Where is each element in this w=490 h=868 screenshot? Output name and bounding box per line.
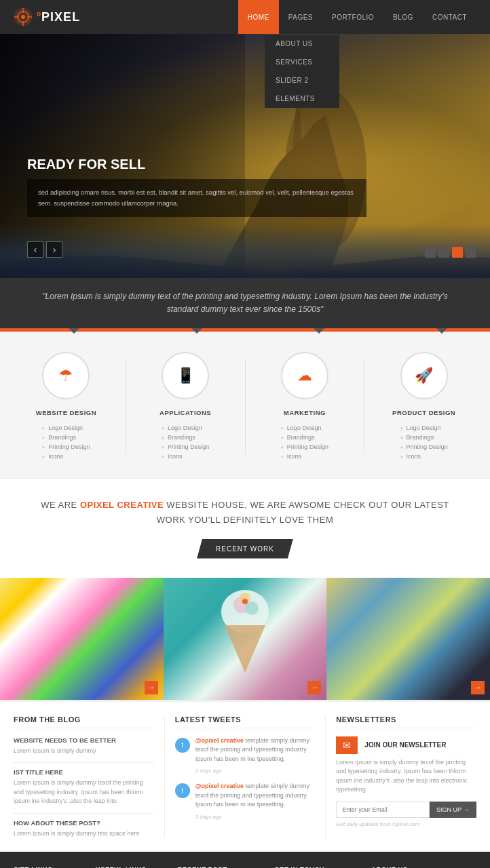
service-item: ◆Icons [162,452,209,461]
service-item: ◆Icons [281,452,328,461]
service-website-design: ☂ WEBSITE DESIGN ◆Logo Design ◆Brandings… [7,352,126,461]
service-item: ◆Icons [400,452,448,461]
blog-post-title-3: HOW ABOUT THESE POST? [14,819,154,827]
hero-next-btn[interactable]: › [46,241,62,258]
main-nav: HOME PAGES PORTFOLIO BLOG CONTACT [238,0,476,34]
svg-point-10 [245,601,259,615]
hero-dot-3[interactable] [452,247,463,258]
svg-point-12 [242,599,248,604]
tweet-content-2: @opixel creative template simply dummy t… [195,782,316,820]
hero-dot-4[interactable] [466,247,476,258]
hero-content: READY FOR SELL sed adipiscing ornare ris… [27,157,366,217]
tweets-column: LATEST TWEETS t @opixel creative templat… [165,715,326,839]
newsletter-envelope-icon: ✉ [336,736,358,754]
footer-col-title-contact: GET IN TOUCH [274,865,364,868]
newsletter-email-input[interactable] [336,802,430,818]
service-icon-wrap-3: ☁ [281,352,328,399]
portfolio-item-3[interactable]: → [326,578,490,700]
service-item: ◆Brandings [162,433,209,442]
tweet-bird-icon-1: t [175,738,190,753]
blog-column: FROM THE BLOG WEBSITE NEEDS TO BE BETTER… [14,715,165,839]
newsletter-signup-btn[interactable]: SIGN UP → [430,802,476,818]
service-title-3: MARKETING [252,409,358,416]
blog-post-title-2: IST TITLE HERE [14,768,154,776]
dropdown-services[interactable]: SERVICES [265,53,339,71]
service-item: ◆Brandings [42,433,90,442]
hero-section: READY FOR SELL sed adipiscing ornare ris… [0,34,490,278]
nav-blog[interactable]: BLOG [383,0,423,34]
service-title-4: PRODUCT DESIGN [371,409,476,416]
header: oPIXEL HOME PAGES PORTFOLIO BLOG CONTACT… [0,0,490,34]
brand-text: OPIXEL CREATIVE [80,500,164,510]
blog-post-3: HOW ABOUT THESE POST? Lorem Ipsum is sim… [14,819,154,839]
blog-post-title-1: WEBSITE NEEDS TO BE BETTER [14,736,154,744]
logo[interactable]: oPIXEL [14,7,80,26]
hero-sea [0,224,490,278]
quote-bar: "Lorem Ipsum is simply dummy text of the… [0,278,490,328]
nav-contact[interactable]: CONTACT [423,0,476,34]
hero-pagination [425,247,476,258]
blog-post-text-3: Lorem Ipsum is simply dummy text space h… [14,829,154,839]
services-section: ☂ WEBSITE DESIGN ◆Logo Design ◆Brandings… [0,332,490,478]
hero-desc-box: sed adipiscing ornare risus. morbi est e… [27,179,366,217]
blog-divider-2 [14,813,154,814]
service-item: ◆Printing Design [162,442,209,452]
service-icon-wrap-2: 📱 [162,352,209,399]
pages-dropdown: ABOUT US SERVICES SLIDER 2 ELEMENTS [265,34,339,108]
dropdown-slider[interactable]: SLIDER 2 [265,71,339,90]
service-list-4: ◆Logo Design ◆Brandings ◆Printing Design… [400,423,448,461]
service-item: ◆Logo Design [42,423,90,433]
footer-col-about: ABOUT US Lorem Ipsum is simply dummy tex… [371,865,476,868]
hero-dot-2[interactable] [438,247,449,258]
logo-icon [14,7,33,26]
footer-col-useful: USEFUL LINKS sitemap help Faq Privacy Po… [96,865,178,868]
footer-col-title-recent: RECENT POST [177,865,267,868]
footer-col-title-about: ABOUT US [371,865,476,868]
umbrella-icon: ☂ [58,366,73,385]
blog-divider [14,762,154,763]
nav-portfolio[interactable]: PORTFOLIO [322,0,383,34]
tweet-text-1: @opixel creative template simply dummy t… [195,736,316,764]
newsletter-text: Lorem Ipsum is simply dummy texof the pr… [336,758,476,795]
service-item: ◆Logo Design [400,423,448,433]
footer-col-title-site: SITE LINKS [14,865,89,868]
portfolio-arrow-3: → [471,681,485,694]
newsletter-column: NEWSLETTERS ✉ JOIN OUR NEWSLETTER Lorem … [326,715,476,839]
newsletter-form: SIGN UP → [336,802,476,818]
dropdown-about[interactable]: ABOUT US [265,35,339,53]
footer-col-title-useful: USEFUL LINKS [96,865,171,868]
hero-nav-buttons: ‹ › [27,241,62,258]
blog-post-text-2: Lorem Ipsum is simply dummy texof the pr… [14,778,154,806]
hero-prev-btn[interactable]: ‹ [27,241,43,258]
portfolio-section: → → → [0,578,490,700]
portfolio-arrow-1: → [145,681,158,694]
blog-post-2: IST TITLE HERE Lorem Ipsum is simply dum… [14,768,154,814]
newsletter-header-row: ✉ JOIN OUR NEWSLETTER [336,736,476,754]
newsletter-hint: Get daily updates from Opixel.com [336,821,476,827]
service-item: ◆Logo Design [162,423,209,433]
service-title-2: APPLICATIONS [133,409,238,416]
service-item: ◆Brandings [281,433,328,442]
service-item: ◆Brandings [400,433,448,442]
blog-post-text-1: Lorem Ipsum is simply dummy [14,747,154,756]
footer-col-contact: GET IN TOUCH Address : 210/c, market New… [274,865,371,868]
logo-text: oPIXEL [37,10,80,24]
recent-work-button[interactable]: RECENT WORK [197,539,293,559]
service-item: ◆Printing Design [42,442,90,452]
promo-text: WE ARE OPIXEL CREATIVE WEBSITE HOUSE, WE… [27,498,463,528]
portfolio-item-2[interactable]: → [164,578,327,700]
service-list-1: ◆Logo Design ◆Brandings ◆Printing Design… [42,423,90,461]
nav-home[interactable]: HOME [238,0,279,34]
hero-description: sed adipiscing ornare risus. morbi est e… [38,187,356,209]
tweet-time-2: 2 days ago [195,814,222,820]
nav-pages[interactable]: PAGES [279,0,322,34]
footer-col-recent: RECENT POST - Lorem ipsum is simply - Du… [177,865,274,868]
hero-dot-1[interactable] [425,247,436,258]
orange-divider [0,328,490,332]
cloud-icon: ☁ [297,367,312,384]
blog-post-1: WEBSITE NEEDS TO BE BETTER Lorem Ipsum i… [14,736,154,764]
service-list-3: ◆Logo Design ◆Brandings ◆Printing Design… [281,423,328,461]
portfolio-item-1[interactable]: → [0,578,164,700]
dropdown-elements[interactable]: ELEMENTS [265,90,339,108]
service-icon-wrap-1: ☂ [42,352,90,399]
